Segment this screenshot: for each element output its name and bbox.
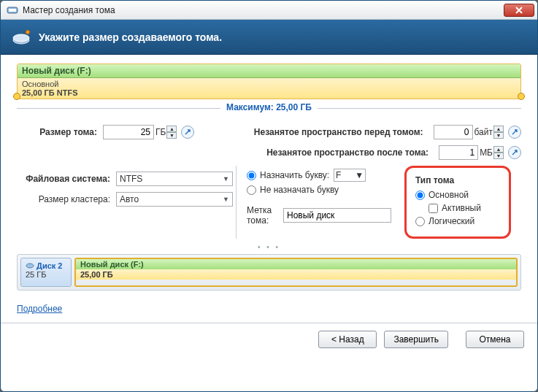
titlebar: Мастер создания тома — [1, 1, 537, 20]
arrow-icon — [184, 128, 191, 136]
max-line: Максимум: 25,00 ГБ — [17, 108, 521, 119]
active-checkbox[interactable] — [429, 204, 438, 213]
disk-size: 25 ГБ — [26, 270, 46, 279]
assign-letter-label: Назначить букву: — [260, 170, 329, 180]
footer: < Назад Завершить Отмена — [1, 323, 537, 348]
banner-text: Укажите размер создаваемого тома. — [39, 31, 222, 43]
spin-up-icon[interactable]: ▲ — [493, 146, 504, 153]
volume-type-header: Тип тома — [415, 175, 500, 185]
letter-value: F — [336, 170, 341, 180]
active-row[interactable]: Активный — [429, 203, 500, 213]
space-after-unit: МБ — [480, 147, 493, 158]
cluster-dropdown[interactable]: Авто ▼ — [116, 192, 233, 207]
max-label: Максимум: 25,00 ГБ — [220, 102, 318, 112]
space-before-help-button[interactable] — [508, 126, 521, 139]
svg-marker-4 — [26, 30, 30, 34]
volume-details: Основной 25,00 ГБ NTFS — [18, 78, 520, 99]
volume-label-label: Метка тома: — [247, 205, 279, 226]
svg-rect-1 — [9, 9, 16, 12]
slider-track[interactable] — [17, 96, 521, 102]
fs-label: Файловая система: — [17, 174, 116, 184]
active-label: Активный — [442, 203, 481, 213]
space-after-label: Незанятое пространство после тома: — [266, 147, 434, 158]
space-after-help-button[interactable] — [508, 146, 521, 159]
volume-type-group: Тип тома Основной Активный Логический — [404, 166, 511, 239]
no-letter-radio[interactable] — [247, 185, 256, 195]
space-after-input[interactable] — [439, 145, 478, 160]
slider-handle-right[interactable] — [518, 93, 525, 100]
size-row: Размер тома: ГБ ▲ ▼ Незанятое пространст… — [17, 125, 521, 139]
cluster-value: Авто — [120, 194, 139, 204]
close-button[interactable] — [504, 4, 534, 17]
disk-volume[interactable]: Новый диск (F:) 25,00 ГБ — [74, 258, 518, 287]
disk-info[interactable]: Диск 2 25 ГБ — [20, 258, 72, 287]
chevron-down-icon: ▼ — [223, 196, 229, 203]
finish-button[interactable]: Завершить — [384, 331, 448, 348]
cancel-button[interactable]: Отмена — [466, 331, 524, 348]
slider-handle-left[interactable] — [13, 93, 20, 100]
spin-up-icon[interactable]: ▲ — [166, 126, 177, 132]
banner: Укажите размер создаваемого тома. — [1, 20, 537, 55]
volume-type-line: Основной — [22, 80, 58, 88]
arrow-icon — [511, 149, 518, 156]
spin-down-icon[interactable]: ▼ — [166, 132, 177, 139]
fs-dropdown[interactable]: NTFS ▼ — [116, 172, 233, 186]
options-grid: Файловая система: NTFS ▼ Размер кластера… — [17, 166, 521, 239]
volume-size-help-button[interactable] — [181, 126, 194, 139]
logical-label: Логический — [429, 216, 474, 226]
cluster-label: Размер кластера: — [17, 194, 116, 204]
resize-handle[interactable]: • • • — [17, 243, 521, 251]
volume-size-unit: ГБ — [155, 127, 166, 137]
disk-vol-name: Новый диск (F:) — [76, 259, 516, 269]
content-area: Новый диск (F:) Основной 25,00 ГБ NTFS М… — [1, 55, 537, 314]
svg-point-3 — [13, 34, 29, 42]
space-after-spinner[interactable]: МБ ▲ ▼ — [439, 145, 504, 160]
spin-down-icon[interactable]: ▼ — [493, 132, 504, 139]
space-before-label: Незанятое пространство перед томом: — [254, 127, 429, 137]
volume-size-label: Размер тома: — [17, 127, 103, 137]
primary-row[interactable]: Основной — [415, 190, 500, 200]
chevron-down-icon: ▼ — [223, 175, 229, 182]
volume-label-input[interactable] — [283, 208, 391, 223]
logical-radio[interactable] — [415, 217, 425, 226]
spin-up-icon[interactable]: ▲ — [493, 126, 504, 132]
space-after-row: Незанятое пространство после тома: МБ ▲ … — [17, 145, 521, 160]
space-before-input[interactable] — [434, 125, 473, 139]
no-letter-row[interactable]: Не назначать букву — [247, 185, 391, 195]
arrow-icon — [511, 128, 518, 136]
options-col2: Назначить букву: F ▼ Не назначать букву … — [236, 166, 521, 239]
volume-name: Новый диск (F:) — [18, 64, 520, 78]
assign-letter-radio[interactable] — [247, 171, 256, 180]
spin-down-icon[interactable]: ▼ — [493, 153, 504, 159]
no-letter-label: Не назначать букву — [260, 185, 339, 195]
space-before-spinner[interactable]: байт ▲ ▼ — [434, 125, 504, 139]
svg-point-5 — [26, 264, 34, 268]
options-col1: Файловая система: NTFS ▼ Размер кластера… — [17, 166, 236, 239]
disk-vol-size: 25,00 ГБ — [76, 269, 516, 280]
disk-wizard-icon — [11, 27, 31, 47]
letter-dropdown[interactable]: F ▼ — [334, 169, 366, 182]
volume-size-spinner[interactable]: ГБ ▲ ▼ — [103, 125, 177, 139]
volume-size-input[interactable] — [103, 125, 154, 139]
back-button[interactable]: < Назад — [318, 331, 377, 348]
disk-icon — [26, 262, 34, 269]
primary-label: Основной — [429, 190, 469, 200]
app-icon — [7, 4, 18, 16]
fs-value: NTFS — [120, 174, 142, 184]
window-title: Мастер создания тома — [23, 5, 504, 15]
disk-name: Диск 2 — [36, 261, 62, 270]
chevron-down-icon: ▼ — [355, 170, 364, 180]
logical-row[interactable]: Логический — [415, 216, 500, 226]
space-before-unit: байт — [474, 127, 493, 137]
wizard-window: Мастер создания тома Укажите размер созд… — [0, 0, 538, 392]
close-icon — [515, 7, 523, 14]
disk-panel: Диск 2 25 ГБ Новый диск (F:) 25,00 ГБ — [17, 254, 521, 291]
details-link[interactable]: Подробнее — [17, 304, 62, 314]
assign-letter-row[interactable]: Назначить букву: F ▼ — [247, 169, 391, 182]
volume-bar: Новый диск (F:) Основной 25,00 ГБ NTFS — [17, 64, 521, 99]
primary-radio[interactable] — [415, 191, 425, 200]
